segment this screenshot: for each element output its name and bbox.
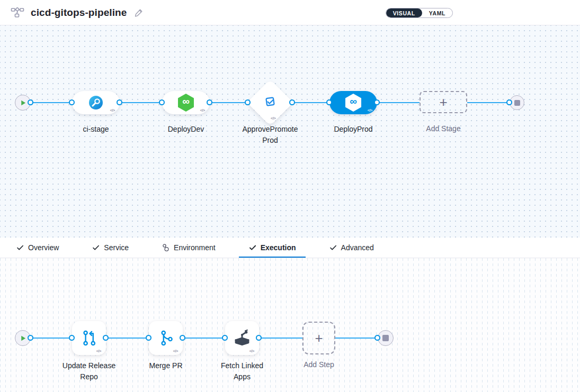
stage-label: DeployProd — [322, 124, 385, 135]
tab-environment[interactable]: Environment — [160, 238, 217, 258]
edge — [106, 338, 149, 339]
edge — [31, 338, 72, 339]
step-node-update-release-repo[interactable]: </> — [72, 321, 106, 355]
connector-port[interactable] — [28, 335, 33, 341]
edge — [210, 102, 248, 103]
stage-config-tabbar: Overview Service Environment Execution A… — [0, 238, 580, 258]
plus-icon: + — [439, 95, 447, 109]
connector-port[interactable] — [374, 99, 380, 105]
fetch-linked-apps-icon — [233, 329, 252, 348]
stage-node-deploydev[interactable]: ∞ </> — [162, 91, 210, 114]
connector-port[interactable] — [506, 99, 512, 105]
connector-port[interactable] — [69, 335, 75, 341]
approval-icon — [262, 94, 278, 112]
add-stage-button[interactable]: + — [420, 91, 467, 113]
add-step-button[interactable]: + — [302, 322, 335, 354]
merge-pr-icon — [157, 329, 175, 347]
step-label: Update Release Repo — [57, 360, 121, 382]
execution-canvas: </> </> </> + — [0, 258, 580, 392]
check-icon — [16, 243, 24, 252]
edge — [377, 102, 420, 103]
play-icon — [20, 335, 26, 342]
connector-port[interactable] — [146, 335, 151, 341]
check-icon — [248, 243, 257, 252]
stage-node-ci-stage[interactable]: </> — [72, 91, 120, 114]
toggle-visual[interactable]: VISUAL — [386, 8, 422, 17]
connector-port[interactable] — [256, 335, 262, 341]
ci-build-icon — [87, 94, 104, 111]
code-icon: </> — [110, 108, 115, 113]
edge — [292, 102, 329, 103]
tab-overview[interactable]: Overview — [15, 238, 60, 258]
step-node-merge-pr[interactable]: </> — [149, 321, 183, 355]
connector-port[interactable] — [159, 99, 165, 105]
plus-icon: + — [315, 331, 323, 345]
connector-port[interactable] — [117, 99, 122, 105]
add-stage-label: Add Stage — [412, 123, 475, 134]
connector-port[interactable] — [103, 335, 109, 341]
step-node-fetch-linked-apps[interactable]: </> — [225, 321, 259, 355]
stage-label: ApprovePromoteProd — [240, 124, 300, 146]
step-label: Merge PR — [134, 360, 198, 371]
update-release-repo-icon — [80, 329, 98, 347]
code-icon: </> — [249, 349, 254, 353]
cd-deploy-icon: ∞ — [177, 93, 195, 112]
edge — [335, 338, 378, 339]
connector-port[interactable] — [289, 99, 295, 105]
edit-pencil-icon[interactable] — [134, 8, 144, 17]
code-icon: </> — [368, 108, 372, 113]
connector-port[interactable] — [69, 99, 75, 105]
code-icon: </> — [96, 349, 101, 353]
stage-label: ci-stage — [64, 124, 128, 135]
tab-service[interactable]: Service — [91, 238, 130, 258]
code-icon: </> — [173, 349, 178, 353]
toggle-yaml[interactable]: YAML — [422, 8, 452, 17]
code-icon: </> — [271, 115, 275, 120]
connector-port[interactable] — [374, 335, 380, 341]
stage-canvas: </> ∞ </> </> ∞ </> + — [0, 25, 580, 238]
connector-port[interactable] — [245, 99, 251, 105]
stage-node-deployprod[interactable]: ∞ </> — [329, 91, 377, 114]
connector-port[interactable] — [180, 335, 185, 341]
step-label: Fetch Linked Apps — [213, 360, 271, 382]
stop-icon — [514, 100, 520, 106]
pipeline-header: cicd-gitops-pipeline VISUAL YAML — [0, 0, 580, 25]
environment-icon — [162, 243, 170, 252]
edge — [31, 102, 72, 103]
connector-port[interactable] — [207, 99, 212, 105]
edge — [183, 338, 225, 339]
page-title: cicd-gitops-pipeline — [31, 7, 127, 19]
add-step-label: Add Step — [287, 359, 351, 370]
stage-label: DeployDev — [154, 124, 218, 135]
check-icon — [329, 243, 337, 252]
connector-port[interactable] — [326, 99, 332, 105]
edge — [467, 102, 510, 103]
tab-advanced[interactable]: Advanced — [328, 238, 375, 258]
edge — [259, 338, 302, 339]
tab-execution[interactable]: Execution — [247, 238, 297, 258]
check-icon — [92, 243, 100, 252]
play-icon — [20, 99, 26, 106]
visual-yaml-toggle: VISUAL YAML — [386, 8, 453, 18]
pipeline-icon — [11, 7, 24, 19]
connector-port[interactable] — [28, 99, 33, 105]
stage-node-approvepromoteprod[interactable]: </> — [247, 79, 293, 126]
code-icon: </> — [200, 108, 205, 113]
edge — [120, 102, 162, 103]
connector-port[interactable] — [222, 335, 228, 341]
stop-icon — [382, 335, 389, 341]
cd-deploy-icon: ∞ — [344, 93, 362, 112]
